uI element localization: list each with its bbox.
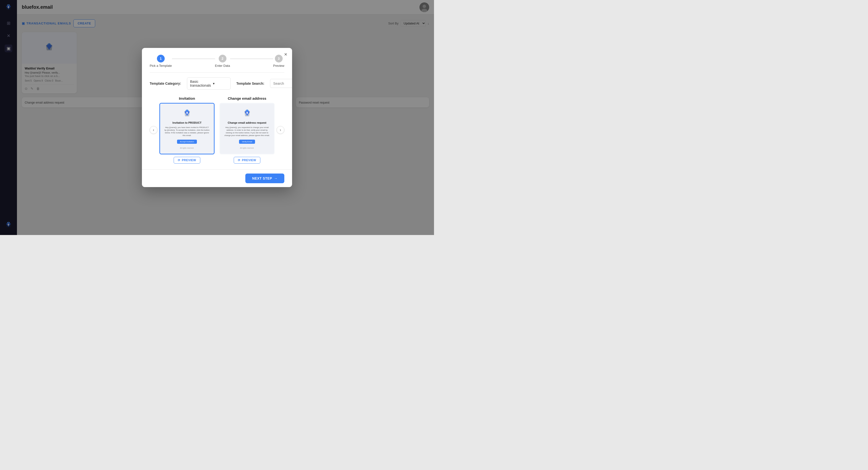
step-3-label: Preview [273, 64, 284, 68]
template-0-fox-icon [182, 108, 192, 119]
step-1-wrapper: 1 Pick a Template [150, 55, 172, 68]
preview-icon-0: ⟳ [178, 159, 180, 162]
modal-header: 1 Pick a Template 2 Enter Data 3 [142, 48, 292, 77]
stepper-line-2 [230, 59, 273, 59]
category-select[interactable]: Basic transactionals ▾ [187, 77, 230, 90]
category-label: Template Category: [150, 81, 181, 86]
step-2-label: Enter Data [215, 64, 230, 68]
search-box: 🔍 [270, 79, 292, 88]
carousel-prev-button[interactable]: ‹ [150, 126, 157, 134]
step-2-circle: 2 [219, 55, 226, 62]
template-0-title: Invitation to PRODUCT [173, 121, 202, 124]
modal-body: Template Category: Basic transactionals … [142, 77, 292, 170]
templates-grid: Invitation [159, 96, 275, 164]
preview-button-0[interactable]: ⟳ PREVIEW [174, 157, 200, 164]
template-1-name: Change email address [228, 96, 266, 100]
template-0-button: Accept Invitation [177, 140, 197, 144]
modal-overlay: × 1 Pick a Template 2 Enter Data [0, 0, 434, 235]
template-0-body: Hey {{name}}, you have been invited to P… [164, 126, 210, 137]
arrow-right-icon: → [274, 176, 278, 180]
template-item-1: Change email address [219, 96, 275, 164]
preview-button-1[interactable]: ⟳ PREVIEW [234, 157, 260, 164]
template-1-title: Change email address request [228, 121, 267, 124]
step-3-wrapper: 3 Preview [273, 55, 284, 68]
step-1-circle: 1 [157, 55, 165, 62]
template-1-body: Hey {{name}}, you requested to change yo… [224, 126, 270, 137]
step-2-wrapper: 2 Enter Data [215, 55, 230, 68]
step-1-label: Pick a Template [150, 64, 172, 68]
template-card-0[interactable]: Invitation to PRODUCT Hey {{name}}, you … [159, 103, 215, 155]
carousel-next-button[interactable]: › [277, 126, 284, 134]
template-0-name: Invitation [179, 96, 195, 100]
preview-icon-1: ⟳ [238, 159, 241, 162]
modal-divider [150, 72, 284, 73]
template-0-footer: All rights reserved. [180, 147, 194, 149]
stepper-line-1 [172, 59, 215, 59]
next-step-button[interactable]: NEXT STEP → [245, 173, 284, 183]
search-input[interactable] [273, 81, 292, 86]
template-card-0-inner: Invitation to PRODUCT Hey {{name}}, you … [160, 104, 214, 154]
modal-footer: NEXT STEP → [142, 169, 292, 187]
chevron-down-icon: ▾ [213, 81, 227, 86]
stepper: 1 Pick a Template 2 Enter Data 3 [150, 55, 284, 68]
template-item-0: Invitation [159, 96, 215, 164]
template-1-footer: All rights reserved. [240, 147, 254, 149]
search-label: Template Search: [237, 81, 265, 86]
step-3-circle: 3 [275, 55, 283, 62]
template-1-button: Verify Email [239, 140, 255, 144]
templates-carousel: ‹ Invitation [150, 96, 284, 164]
template-card-1[interactable]: Change email address request Hey {{name}… [219, 103, 275, 155]
template-1-fox-icon [242, 108, 253, 119]
modal: × 1 Pick a Template 2 Enter Data [142, 48, 292, 187]
template-card-1-inner: Change email address request Hey {{name}… [220, 104, 274, 154]
filter-row: Template Category: Basic transactionals … [150, 77, 284, 90]
